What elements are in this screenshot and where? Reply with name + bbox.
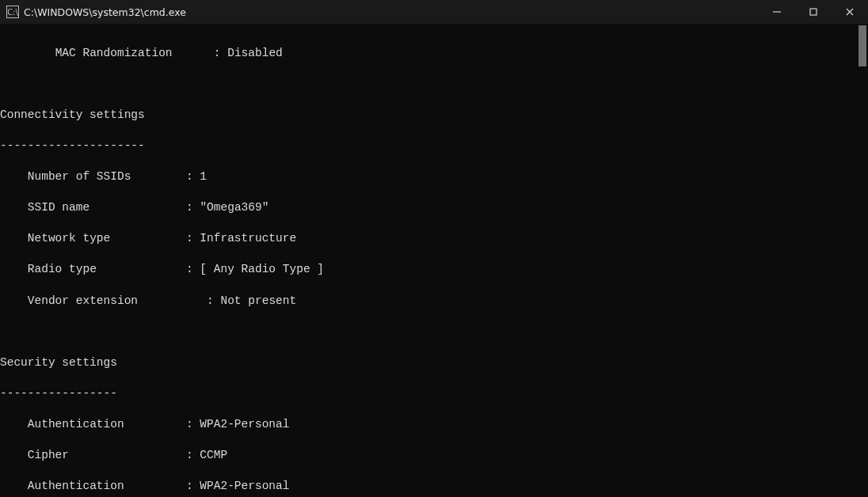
vendor-ext-label: Vendor extension bbox=[28, 294, 138, 307]
section-security: Security settings bbox=[0, 355, 868, 371]
radio-type-label: Radio type bbox=[28, 263, 97, 275]
window-title: C:\WINDOWS\system32\cmd.exe bbox=[24, 6, 186, 18]
cmd-icon: C:\ bbox=[6, 6, 19, 18]
section-connectivity: Connectivity settings bbox=[0, 108, 868, 123]
terminal-output[interactable]: MAC Randomization : Disabled Connectivit… bbox=[0, 24, 868, 497]
auth1-value: WPA2-Personal bbox=[200, 418, 289, 431]
ssid-name-label: SSID name bbox=[28, 201, 89, 214]
minimize-button[interactable] bbox=[759, 0, 795, 24]
network-type-label: Network type bbox=[28, 232, 110, 245]
bottom-shadow bbox=[0, 489, 868, 497]
auth1-label: Authentication bbox=[28, 418, 124, 431]
cipher1-value: CCMP bbox=[200, 449, 227, 461]
vendor-ext-value: Not present bbox=[220, 294, 296, 307]
mac-value: Disabled bbox=[227, 47, 283, 59]
mac-label: MAC Randomization bbox=[55, 47, 173, 59]
svg-rect-0 bbox=[810, 9, 817, 15]
network-type-value: Infrastructure bbox=[200, 232, 296, 245]
cipher1-label: Cipher bbox=[28, 449, 69, 461]
close-button[interactable] bbox=[832, 0, 868, 24]
maximize-button[interactable] bbox=[795, 0, 832, 24]
ssid-name-value: "Omega369" bbox=[200, 201, 268, 214]
dashes: --------------------- bbox=[0, 138, 868, 154]
radio-type-value: [ Any Radio Type ] bbox=[200, 263, 324, 275]
dashes: ----------------- bbox=[0, 386, 868, 402]
num-ssids-value: 1 bbox=[200, 170, 207, 183]
title-bar: C:\ C:\WINDOWS\system32\cmd.exe bbox=[0, 0, 868, 24]
num-ssids-label: Number of SSIDs bbox=[28, 170, 131, 183]
